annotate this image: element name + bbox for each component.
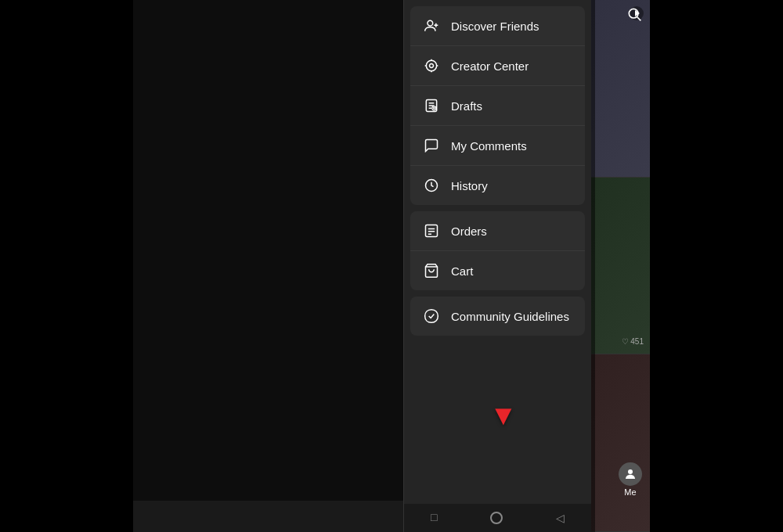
svg-rect-21 xyxy=(426,225,438,237)
menu-discover-friends-label: Discover Friends xyxy=(451,20,539,33)
nav-back-button[interactable]: ◁ xyxy=(556,512,565,525)
person-add-icon xyxy=(423,17,440,34)
menu-my-comments-label: My Comments xyxy=(451,139,527,153)
menu-item-my-comments[interactable]: My Comments xyxy=(410,126,585,166)
system-nav-left xyxy=(133,501,403,532)
menu-orders-label: Orders xyxy=(451,225,487,238)
menu-history-label: History xyxy=(451,179,488,192)
menu-item-history[interactable]: History xyxy=(410,166,585,205)
cart-icon xyxy=(423,262,440,279)
svg-point-1 xyxy=(629,9,638,18)
menu-drafts-label: Drafts xyxy=(451,99,482,113)
menu-item-discover-friends[interactable]: Discover Friends xyxy=(410,6,585,46)
history-icon xyxy=(423,177,440,194)
comment-icon xyxy=(423,137,440,154)
menu-cart-label: Cart xyxy=(451,264,473,278)
me-button[interactable]: Me xyxy=(619,462,642,497)
svg-point-7 xyxy=(430,64,434,68)
menu-item-community-guidelines[interactable]: Community Guidelines xyxy=(410,297,585,336)
menu-section-1: Discover Friends Creator Center xyxy=(410,6,585,205)
search-icon[interactable] xyxy=(626,6,642,26)
svg-point-3 xyxy=(628,469,633,474)
nav-circle-button[interactable] xyxy=(490,512,503,524)
nav-square-button[interactable]: □ xyxy=(431,512,437,524)
creator-icon xyxy=(423,57,440,74)
guidelines-icon xyxy=(423,307,440,325)
video-likes: ♡ 451 xyxy=(622,337,644,346)
menu-item-creator-center[interactable]: Creator Center xyxy=(410,46,585,86)
menu-creator-center-label: Creator Center xyxy=(451,59,529,73)
red-arrow-indicator: ▼ xyxy=(489,399,518,432)
me-label: Me xyxy=(624,487,636,497)
svg-point-4 xyxy=(428,20,433,26)
svg-point-8 xyxy=(426,60,436,70)
orders-icon xyxy=(423,222,440,239)
svg-line-2 xyxy=(637,17,641,21)
system-nav: □ ◁ xyxy=(404,504,591,532)
menu-item-drafts[interactable]: Drafts xyxy=(410,86,585,126)
drafts-icon xyxy=(423,97,440,114)
menu-item-orders[interactable]: Orders xyxy=(410,211,585,251)
menu-section-2: Orders Cart xyxy=(410,211,585,290)
menu-item-cart[interactable]: Cart xyxy=(410,251,585,290)
menu-community-guidelines-label: Community Guidelines xyxy=(451,310,569,323)
menu-section-3: Community Guidelines xyxy=(410,297,585,336)
menu-panel: Discover Friends Creator Center xyxy=(403,0,591,532)
